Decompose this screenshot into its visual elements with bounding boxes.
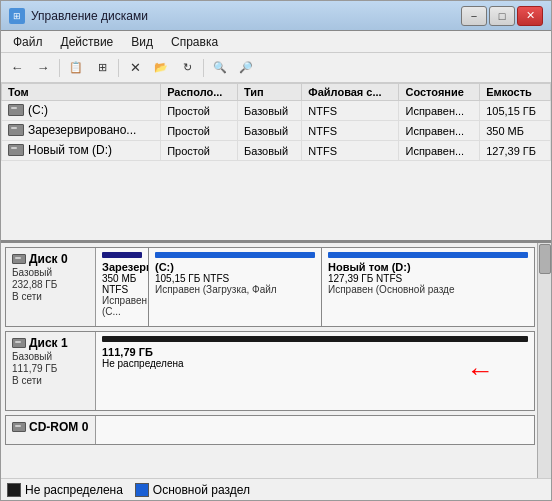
col-header-tom: Том [2,84,161,101]
disk-icon-d: Новый том (D:) [8,143,112,157]
col-header-type: Тип [237,84,301,101]
row-reserved-fs: NTFS [302,121,399,141]
folder-button[interactable]: 📂 [149,57,173,79]
menu-view[interactable]: Вид [123,33,161,51]
disk1-name: Диск 1 [29,336,68,350]
partition-c-header [155,252,315,258]
disk1-unalloc-label: Не распределена [102,358,528,369]
partition-reserved-status: Исправен (С... [102,295,142,317]
col-header-status: Состояние [399,84,480,101]
delete-button[interactable]: ✕ [123,57,147,79]
disk1-icon [12,338,26,348]
col-header-filesystem: Файловая с... [302,84,399,101]
disk-name-reserved: Зарезервировано... [28,123,136,137]
disk-name-d: Новый том (D:) [28,143,112,157]
disk0-type: Базовый [12,267,89,278]
row-c-fs: NTFS [302,101,399,121]
disk-table: Том Располо... Тип Файловая с... Состоян… [1,83,551,161]
top-panel: Том Располо... Тип Файловая с... Состоян… [1,83,551,243]
menu-bar: Файл Действие Вид Справка [1,31,551,53]
legend-unallocated-box [7,483,21,497]
row-d-location: Простой [161,141,238,161]
disk0-status: В сети [12,291,89,302]
partition-d-status: Исправен (Основной разде [328,284,528,295]
disk1-unallocated[interactable]: 111,79 ГБ Не распределена ← [96,332,534,410]
minimize-button[interactable]: − [461,6,487,26]
row-c-name: (C:) [2,101,161,121]
row-d-fs: NTFS [302,141,399,161]
title-bar-left: ⊞ Управление дисками [9,8,148,24]
forward-button[interactable]: → [31,57,55,79]
menu-action[interactable]: Действие [53,33,122,51]
properties-button[interactable]: 📋 [64,57,88,79]
row-reserved-type: Базовый [237,121,301,141]
disk2-label: CD-ROM 0 [6,416,96,444]
disk2-row: CD-ROM 0 [5,415,535,445]
disk-img-reserved [8,124,24,136]
maximize-button[interactable]: □ [489,6,515,26]
close-button[interactable]: ✕ [517,6,543,26]
row-reserved-name: Зарезервировано... [2,121,161,141]
refresh-button[interactable]: ↻ [175,57,199,79]
scrollbar-thumb[interactable] [539,244,551,274]
legend-bar: Не распределена Основной раздел [1,478,551,500]
disk1-row: Диск 1 Базовый 111,79 ГБ В сети 111,79 Г… [5,331,535,411]
search-button[interactable]: 🔍 [208,57,232,79]
row-reserved-status: Исправен... [399,121,480,141]
partition-d-name: Новый том (D:) [328,261,528,273]
zoom-button[interactable]: 🔎 [234,57,258,79]
legend-unallocated: Не распределена [7,483,123,497]
disk0-icon [12,254,26,264]
table-row[interactable]: Новый том (D:) Простой Базовый NTFS Испр… [2,141,551,161]
disk2-content [96,416,534,444]
legend-primary-box [135,483,149,497]
row-d-type: Базовый [237,141,301,161]
row-d-capacity: 127,39 ГБ [480,141,551,161]
back-button[interactable]: ← [5,57,29,79]
window-title: Управление дисками [31,9,148,23]
legend-unallocated-label: Не распределена [25,483,123,497]
partition-reserved-size: 350 МБ NTFS [102,273,142,295]
partition-reserved-header [102,252,142,258]
window-controls: − □ ✕ [461,6,543,26]
legend-primary-label: Основной раздел [153,483,250,497]
row-reserved-location: Простой [161,121,238,141]
partition-c[interactable]: (C:) 105,15 ГБ NTFS Исправен (Загрузка, … [149,248,322,326]
row-c-capacity: 105,15 ГБ [480,101,551,121]
col-header-location: Располо... [161,84,238,101]
disk1-label: Диск 1 Базовый 111,79 ГБ В сети [6,332,96,410]
partition-c-name: (C:) [155,261,315,273]
table-row[interactable]: (C:) Простой Базовый NTFS Исправен... 10… [2,101,551,121]
menu-help[interactable]: Справка [163,33,226,51]
disk1-unalloc-size: 111,79 ГБ [102,346,528,358]
disk1-unalloc-header [102,336,528,342]
disk0-label: Диск 0 Базовый 232,88 ГБ В сети [6,248,96,326]
grid-button[interactable]: ⊞ [90,57,114,79]
partition-reserved-name: Зарезервир... [102,261,142,273]
disk-icon-reserved: Зарезервировано... [8,123,136,137]
table-header-row: Том Располо... Тип Файловая с... Состоян… [2,84,551,101]
table-row[interactable]: Зарезервировано... Простой Базовый NTFS … [2,121,551,141]
row-c-type: Базовый [237,101,301,121]
partition-reserved[interactable]: Зарезервир... 350 МБ NTFS Исправен (С... [96,248,149,326]
legend-primary: Основной раздел [135,483,250,497]
row-d-status: Исправен... [399,141,480,161]
disk-img-d [8,144,24,156]
partition-d[interactable]: Новый том (D:) 127,39 ГБ NTFS Исправен (… [322,248,534,326]
vertical-scrollbar[interactable] [537,243,551,478]
disk-img-c [8,104,24,116]
disk0-title: Диск 0 [12,252,89,266]
col-header-capacity: Емкость [480,84,551,101]
row-c-status: Исправен... [399,101,480,121]
main-window: ⊞ Управление дисками − □ ✕ Файл Действие… [0,0,552,501]
toolbar: ← → 📋 ⊞ ✕ 📂 ↻ 🔍 🔎 [1,53,551,83]
disk1-size: 111,79 ГБ [12,363,89,374]
disk1-status: В сети [12,375,89,386]
row-d-name: Новый том (D:) [2,141,161,161]
disk2-title: CD-ROM 0 [12,420,89,434]
partition-c-size: 105,15 ГБ NTFS [155,273,315,284]
disk1-title: Диск 1 [12,336,89,350]
toolbar-separator-3 [203,59,204,77]
app-icon: ⊞ [9,8,25,24]
menu-file[interactable]: Файл [5,33,51,51]
